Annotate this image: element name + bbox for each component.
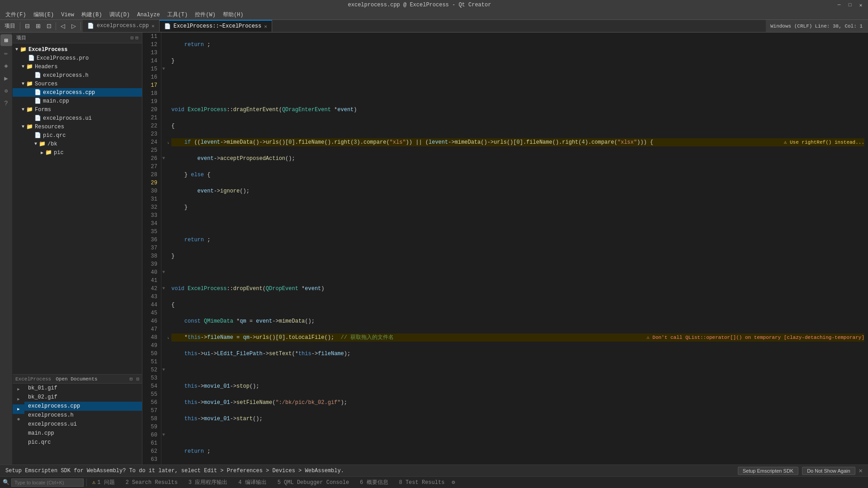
menu-analyze[interactable]: Analyze bbox=[133, 11, 163, 19]
menu-help[interactable]: 帮助(H) bbox=[219, 10, 247, 19]
open-docs-sort[interactable]: ⊡ bbox=[136, 376, 139, 382]
tree-headers-folder[interactable]: ▼ 📁 Headers bbox=[13, 62, 142, 71]
toolbar-back-btn[interactable]: ◁ bbox=[58, 21, 68, 31]
menu-tools[interactable]: 工具(T) bbox=[164, 10, 192, 19]
encoding-label: Windows (CRLF) bbox=[770, 23, 812, 29]
tab-excelprocess-cpp[interactable]: 📄 excelprocess.cpp ✕ bbox=[83, 20, 160, 32]
code-line-31 bbox=[171, 366, 864, 374]
tab-label-2: 📄 bbox=[164, 23, 171, 30]
code-line-32: this->movie_01->stop(); bbox=[171, 382, 864, 390]
tab-excelprocess-destructor[interactable]: 📄 ExcelProcess::~ExcelProcess ✕ bbox=[160, 20, 272, 32]
setup-emscripten-btn[interactable]: Setup Emscripten SDK bbox=[738, 467, 799, 475]
open-docs-collapse[interactable]: ⊟ bbox=[130, 376, 133, 382]
resources-arrow: ▼ bbox=[22, 124, 24, 129]
minimize-button[interactable]: ─ bbox=[835, 1, 843, 9]
bottom-tab-app-output[interactable]: 3 应用程序输出 bbox=[183, 477, 233, 488]
tab-close-2[interactable]: ✕ bbox=[264, 23, 267, 29]
bottom-tab-search-results[interactable]: 2 Search Results bbox=[120, 478, 183, 488]
tree-resources-folder[interactable]: ▼ 📁 Resources bbox=[13, 122, 142, 131]
menu-build[interactable]: 构建(B) bbox=[78, 10, 106, 19]
toolbar-grid-btn[interactable]: ⊡ bbox=[44, 21, 54, 31]
sort-icon[interactable]: ⊟ bbox=[135, 35, 138, 41]
menu-controls[interactable]: 控件(W) bbox=[191, 10, 219, 19]
doc-excelprocess-cpp[interactable]: excelprocess.cpp bbox=[24, 402, 142, 411]
code-area[interactable]: 11121314 1516 17 1819202122232425 262728… bbox=[142, 33, 868, 465]
tree-excelprocess-ui[interactable]: 📄 excelprocess.ui bbox=[13, 114, 142, 122]
doc-pic-qrc[interactable]: pic.qrc bbox=[24, 438, 142, 447]
sidebar-debug-icon[interactable]: ▶ bbox=[0, 72, 12, 84]
doc-action-3[interactable]: ▶ bbox=[13, 404, 24, 414]
open-docs-panel: ExcelProcess Open Documents ⊟ ⊡ ▶ ▶ ▶ ◉ bbox=[13, 374, 142, 465]
summary-label: 6 概要信息 bbox=[360, 479, 388, 486]
collapse-icon[interactable]: ⊡ bbox=[131, 35, 134, 41]
code-line-19: } else { bbox=[171, 171, 864, 179]
pic-label: pic bbox=[54, 150, 64, 156]
code-line-20: event->ignore(); bbox=[171, 187, 864, 195]
notification-banner: Setup Emscripten SDK for WebAssembly? To… bbox=[0, 465, 868, 476]
doc-bk01[interactable]: bk_01.gif bbox=[24, 384, 142, 393]
doc-pic-qrc-label: pic.qrc bbox=[28, 439, 51, 446]
tab-text-2: ExcelProcess::~ExcelProcess bbox=[174, 23, 261, 29]
search-icon: 🔍 bbox=[3, 479, 9, 486]
maximize-button[interactable]: □ bbox=[846, 1, 854, 9]
menu-edit[interactable]: 编辑(E) bbox=[30, 10, 58, 19]
tree-pic-qrc[interactable]: 📄 pic.qrc bbox=[13, 131, 142, 140]
tree-excelprocess-pro[interactable]: 📄 ExcelProcess.pro bbox=[13, 54, 142, 62]
menu-file[interactable]: 文件(F) bbox=[2, 10, 30, 19]
locate-input[interactable] bbox=[11, 479, 84, 487]
do-not-show-again-btn[interactable]: Do Not Show Again bbox=[802, 467, 855, 475]
close-button[interactable]: ✕ bbox=[857, 1, 864, 9]
sidebar-edit-icon[interactable]: ✏ bbox=[0, 47, 12, 59]
doc-bk02[interactable]: bk_02.gif bbox=[24, 393, 142, 402]
bottom-tab-qml-debugger[interactable]: 5 QML Debugger Console bbox=[272, 478, 354, 488]
tree-root-excelprocess[interactable]: ▼ 📁 ExcelProcess bbox=[13, 45, 142, 54]
doc-main-cpp[interactable]: main.cpp bbox=[24, 429, 142, 438]
notification-close-icon[interactable]: ✕ bbox=[859, 467, 863, 474]
code-line-34: this->movie_01->start(); bbox=[171, 415, 864, 423]
sidebar-design-icon[interactable]: ◈ bbox=[0, 60, 12, 71]
sidebar-help-icon[interactable]: ? bbox=[0, 98, 12, 109]
menu-view[interactable]: View bbox=[57, 11, 78, 19]
bottom-tab-problems[interactable]: ⚠ 1 问题 bbox=[87, 477, 120, 488]
toolbar-forward-btn[interactable]: ▷ bbox=[69, 21, 79, 31]
toolbar-filter-btn[interactable]: ⊟ bbox=[22, 21, 32, 31]
menu-bar: 文件(F) 编辑(E) View 构建(B) 调试(D) Analyze 工具(… bbox=[0, 10, 868, 20]
doc-bk02-label: bk_02.gif bbox=[28, 394, 57, 400]
compile-output-label: 4 编译输出 bbox=[238, 479, 266, 486]
window-controls: ─ □ ✕ bbox=[835, 1, 864, 9]
sidebar-project-icon[interactable]: ⚙ bbox=[0, 85, 12, 97]
resources-folder-icon: 📁 bbox=[26, 123, 33, 130]
main-layout: ⊞ ✏ ◈ ▶ ⚙ ? 项目 ⊡ ⊟ ▼ 📁 ExcelProcess 📄 Ex… bbox=[0, 33, 868, 465]
title-bar: excelprocess.cpp @ ExcelProcess - Qt Cre… bbox=[0, 0, 868, 10]
open-docs-layout: ▶ ▶ ▶ ◉ bk_01.gif bk_02.gif excelprocess… bbox=[13, 384, 142, 454]
open-docs-list: bk_01.gif bk_02.gif excelprocess.cpp exc… bbox=[24, 384, 142, 454]
test-results-settings-icon[interactable]: ⚙ bbox=[452, 479, 455, 486]
tab-text-1: excelprocess.cpp bbox=[97, 23, 149, 29]
doc-excelprocess-h[interactable]: excelprocess.h bbox=[24, 411, 142, 420]
tree-forms-folder[interactable]: ▼ 📁 Forms bbox=[13, 105, 142, 114]
tree-excelprocess-cpp[interactable]: 📄 excelprocess.cpp bbox=[13, 88, 142, 97]
toolbar-unfold-btn[interactable]: ⊞ bbox=[33, 21, 43, 31]
bottom-tab-test-results[interactable]: 8 Test Results bbox=[394, 478, 450, 488]
bottom-search-area: 🔍 bbox=[0, 479, 87, 487]
code-line-28: const QMimeData *qm = event->mimeData(); bbox=[171, 317, 864, 325]
code-content[interactable]: return ; } void ExcelProcess::dragEnterE… bbox=[168, 33, 868, 465]
sidebar-welcome-icon[interactable]: ⊞ bbox=[0, 34, 12, 46]
bottom-tab-compile-output[interactable]: 4 编译输出 bbox=[233, 477, 272, 488]
doc-excelprocess-ui[interactable]: excelprocess.ui bbox=[24, 420, 142, 429]
code-line-21: } bbox=[171, 203, 864, 211]
menu-debug[interactable]: 调试(D) bbox=[106, 10, 134, 19]
headers-label: Headers bbox=[35, 64, 57, 70]
doc-action-2[interactable]: ▶ bbox=[17, 394, 19, 404]
tree-bk-folder[interactable]: ▼ 📁 /bk bbox=[13, 140, 142, 148]
tree-main-cpp[interactable]: 📄 main.cpp bbox=[13, 97, 142, 105]
tree-sources-folder[interactable]: ▼ 📁 Sources bbox=[13, 80, 142, 88]
tree-excelprocess-h[interactable]: 📄 excelprocess.h bbox=[13, 71, 142, 80]
doc-action-1[interactable]: ▶ bbox=[17, 385, 19, 394]
tree-pic-folder[interactable]: ▶ 📁 pic bbox=[13, 148, 142, 157]
doc-action-debug-1[interactable]: ◉ bbox=[17, 414, 19, 424]
sources-arrow: ▼ bbox=[22, 81, 24, 86]
bottom-tab-summary[interactable]: 6 概要信息 bbox=[354, 477, 393, 488]
code-line-35 bbox=[171, 431, 864, 439]
tab-close-1[interactable]: ✕ bbox=[151, 23, 155, 29]
